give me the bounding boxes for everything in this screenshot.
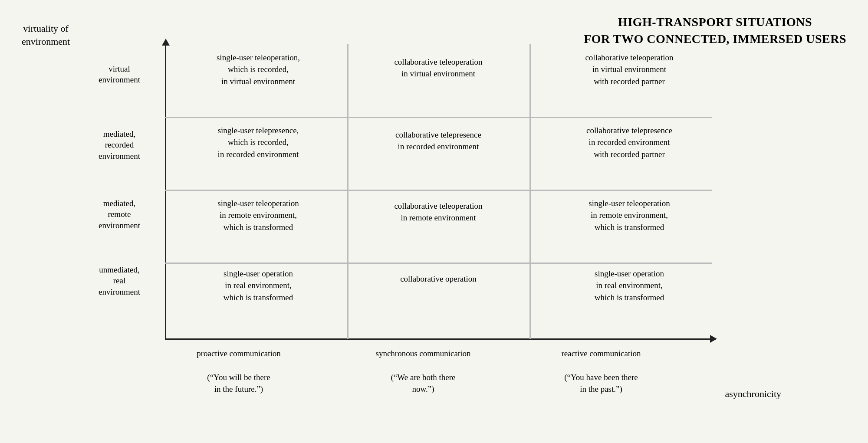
cell-1-2: single-user telepresence,which is record…: [174, 125, 343, 161]
cell-3-1: collaborative teleoperationin virtual en…: [538, 52, 720, 88]
chart: virtualenvironment mediated,recordedenvi…: [82, 44, 725, 374]
cell-2-4: collaborative operation: [356, 273, 521, 285]
row-label-unmediated: unmediated,realenvironment: [82, 264, 156, 298]
cell-1-4: single-user operationin real environment…: [174, 268, 343, 304]
cell-3-4: single-user operationin real environment…: [538, 268, 720, 304]
y-axis-label: virtuality of environment: [22, 22, 70, 49]
grid-row-3: [165, 263, 712, 264]
title-line1: HIGH-TRANSPORT SITUATIONS: [584, 13, 846, 30]
grid-row-2: [165, 190, 712, 191]
row-label-virtual: virtualenvironment: [82, 63, 156, 85]
y-axis-line: [165, 44, 166, 339]
cell-1-1: single-user teleoperation,which is recor…: [174, 52, 343, 88]
x-axis-arrow: [710, 335, 717, 343]
row-label-mediated-recorded: mediated,recordedenvironment: [82, 128, 156, 162]
grid-row-1: [165, 117, 712, 118]
page: HIGH-TRANSPORT SITUATIONS FOR TWO CONNEC…: [22, 9, 846, 434]
cell-2-2: collaborative telepresencein recorded en…: [356, 129, 521, 153]
cell-2-1: collaborative teleoperationin virtual en…: [356, 56, 521, 80]
x-axis-line: [165, 338, 712, 340]
grid-col-2: [529, 44, 531, 339]
grid-col-1: [347, 44, 349, 339]
x-axis-label: asynchronicity: [725, 388, 781, 400]
bottom-label-reactive: reactive communication (“You have been t…: [508, 348, 694, 395]
cell-3-3: single-user teleoperationin remote envir…: [538, 197, 720, 233]
y-axis-arrow: [162, 39, 170, 46]
cell-3-2: collaborative telepresencein recorded en…: [538, 125, 720, 161]
bottom-label-synchronous: synchronous communication (“We are both …: [330, 348, 516, 395]
cell-1-3: single-user teleoperationin remote envir…: [174, 197, 343, 233]
cell-2-3: collaborative teleoperationin remote env…: [356, 200, 521, 224]
row-label-mediated-remote: mediated,remoteenvironment: [82, 198, 156, 231]
page-title: HIGH-TRANSPORT SITUATIONS FOR TWO CONNEC…: [584, 13, 846, 47]
bottom-label-proactive: proactive communication (“You will be th…: [145, 348, 332, 395]
